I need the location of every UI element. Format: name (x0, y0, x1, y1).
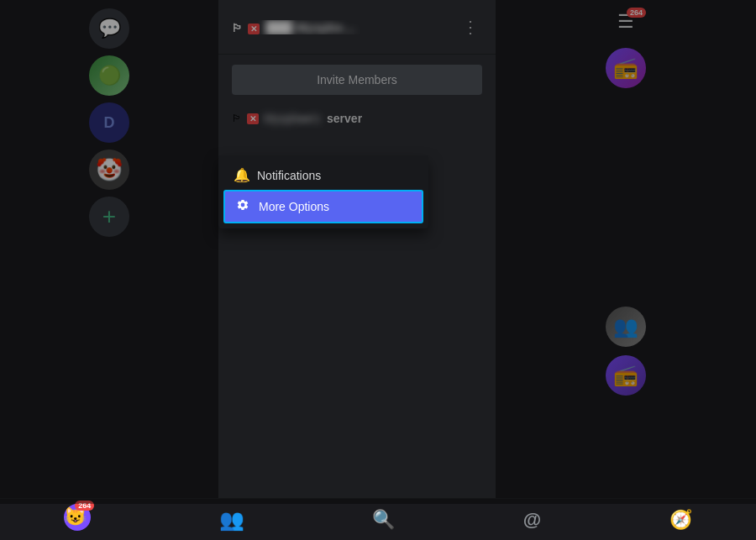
right-icon-group[interactable]: 👥 (606, 307, 646, 347)
right-icon-radio2[interactable]: 📻 (606, 355, 646, 396)
nav-item-mention[interactable]: @ (523, 509, 541, 531)
nav-item-discover[interactable]: 🧭 (669, 509, 692, 531)
flag-icon: 🏳 (232, 22, 243, 34)
server-label-server-word: server (327, 112, 362, 125)
server-label-x: ✕ (247, 113, 259, 124)
nav-item-search[interactable]: 🔍 (372, 509, 395, 531)
server-panel: 🏳 ✕ ███ Myspk●… ⋮ Invite Members 🏳 ✕ Mys… (218, 0, 496, 504)
bell-icon: 🔔 (234, 167, 249, 183)
nav-item-profile[interactable]: 😺 264 (64, 504, 91, 536)
server-label-flag: 🏳 (232, 113, 242, 124)
server-name: 🏳 ✕ ███ Myspk●… (232, 20, 459, 34)
invite-members-button[interactable]: Invite Members (232, 65, 482, 95)
menu-item-more-options[interactable]: More Options (223, 190, 423, 223)
friends-icon: 👥 (219, 508, 244, 532)
sidebar-item-server1[interactable]: 🟢 (89, 55, 129, 96)
sidebar-item-server3[interactable]: 🤡 (89, 149, 129, 190)
right-top-menu[interactable]: ☰ 264 (617, 13, 634, 31)
right-sidebar: ☰ 264 📻 👥 📻 (496, 0, 756, 540)
more-options-label: More Options (259, 200, 329, 213)
context-menu: 🔔 Notifications More Options (218, 155, 428, 228)
right-icon-radio1[interactable]: 📻 (606, 48, 646, 88)
server-header: 🏳 ✕ ███ Myspk●… ⋮ (218, 0, 496, 55)
x-badge: ✕ (248, 24, 260, 34)
nav-item-friends[interactable]: 👥 (219, 508, 244, 532)
gear-icon (235, 198, 250, 215)
server-name-text: ███ Myspk●… (265, 20, 355, 34)
server-label-row: 🏳 ✕ Myspk●●'s server (218, 105, 496, 132)
left-sidebar: 💬 🟢 D 🤡 + (0, 0, 218, 540)
bottom-navigation: 😺 264 👥 🔍 @ 🧭 (0, 498, 756, 540)
server-label-name: Myspk●●'s (264, 112, 320, 125)
sidebar-item-chat[interactable]: 💬 (89, 8, 129, 49)
menu-item-notifications[interactable]: 🔔 Notifications (223, 160, 423, 190)
server-options-button[interactable]: ⋮ (459, 13, 482, 40)
menu-badge: 264 (627, 8, 646, 18)
add-server-button[interactable]: + (89, 197, 129, 237)
profile-badge: 264 (75, 501, 94, 511)
discover-icon: 🧭 (669, 509, 692, 531)
search-icon: 🔍 (372, 509, 395, 531)
notifications-label: Notifications (257, 169, 321, 182)
sidebar-item-server2[interactable]: D (89, 102, 129, 143)
mention-icon: @ (523, 509, 541, 531)
